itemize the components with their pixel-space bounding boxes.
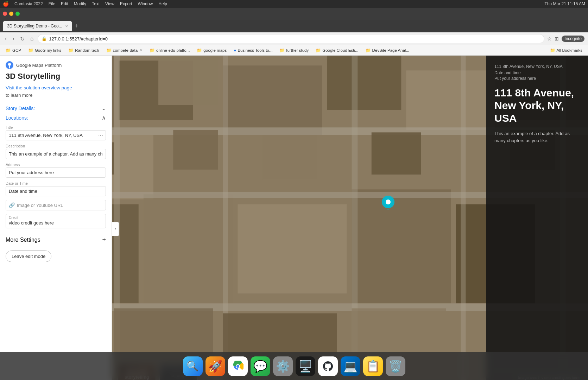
svg-rect-8 <box>327 56 401 110</box>
bookmark-devsite[interactable]: 📁 DevSite Page Anal... <box>363 47 412 53</box>
datetime-input[interactable] <box>6 186 106 196</box>
plus-icon: + <box>102 236 106 243</box>
close-tab-icon[interactable]: ✕ <box>140 48 143 52</box>
folder-icon: 📁 <box>197 48 202 53</box>
bookmark-label: Google Cloud Esti... <box>322 48 358 52</box>
dock-messages[interactable]: 💬 <box>251 356 270 376</box>
dock-launchpad[interactable]: 🚀 <box>206 356 225 376</box>
title-field: Title ⋯ <box>6 125 106 140</box>
extensions-icon[interactable]: ⊞ <box>555 36 559 42</box>
back-button[interactable]: ‹ <box>4 35 8 43</box>
minimize-button[interactable] <box>9 12 13 16</box>
fullscreen-button[interactable] <box>15 12 20 16</box>
bookmark-random-tech[interactable]: 📁 Random tech <box>65 47 102 53</box>
svg-rect-3 <box>112 56 114 130</box>
url-placeholder: Image or Youtube URL <box>17 203 63 208</box>
info-description: This an example of a chapter. Add as man… <box>494 130 580 144</box>
lock-icon: 🔒 <box>42 36 47 41</box>
title-input[interactable] <box>6 130 106 140</box>
locations-section: Locations: ∧ Title ⋯ Description Address <box>0 114 112 232</box>
story-details-section[interactable]: Story Details: ⌄ <box>0 102 112 114</box>
menu-export[interactable]: Export <box>120 1 132 6</box>
tab-title: 3D Storytelling Demo - Goo... <box>7 24 62 28</box>
menu-help[interactable]: Help <box>158 1 167 6</box>
sidebar-header: Google Maps Platform <box>0 56 112 72</box>
menu-bar[interactable]: File Edit Modify Text View Export Window… <box>49 1 167 6</box>
svg-rect-23 <box>461 56 466 380</box>
dock-finder[interactable]: 🔍 <box>183 356 203 376</box>
topbar-right: Thu Mar 21 11:15 AM <box>545 1 585 6</box>
dock-chrome[interactable] <box>228 356 248 376</box>
menu-text[interactable]: Text <box>92 1 100 6</box>
menu-edit[interactable]: Edit <box>61 1 68 6</box>
sidebar-subtext: to learn more <box>0 92 112 102</box>
dock-github[interactable] <box>318 356 338 376</box>
sidebar-toggle-button[interactable]: ‹ <box>112 222 119 236</box>
bookmark-online-edu[interactable]: 📁 online-edu-platfo... <box>147 47 192 53</box>
close-button[interactable] <box>3 12 7 16</box>
leave-edit-button[interactable]: Leave edit mode <box>6 251 51 262</box>
new-tab-button[interactable]: + <box>75 23 79 30</box>
menu-file[interactable]: File <box>49 1 55 6</box>
dock-settings[interactable]: ⚙️ <box>273 356 293 376</box>
locations-label: Locations: <box>6 115 28 121</box>
url-field: 🔗 Image or Youtube URL <box>6 200 106 210</box>
svg-rect-27 <box>173 130 218 170</box>
info-panel-content: 111 8th Avenue, New York, NY, USA Date a… <box>486 56 588 372</box>
title-label: Title <box>6 125 106 129</box>
bookmark-google-maps[interactable]: 📁 google maps <box>194 47 229 53</box>
menu-modify[interactable]: Modify <box>74 1 86 6</box>
link-icon: 🔗 <box>9 202 15 208</box>
traffic-lights[interactable] <box>3 12 20 16</box>
bookmark-star-icon[interactable]: ☆ <box>547 36 552 42</box>
app-name: Camtasia 2022 <box>14 1 43 6</box>
tab-close-icon[interactable]: ✕ <box>65 24 68 28</box>
bookmark-gcp[interactable]: 📁 GCP <box>3 47 24 53</box>
description-label: Description <box>6 144 106 148</box>
more-settings-section[interactable]: More Settings + <box>0 232 112 248</box>
info-date: Date and time <box>494 70 580 75</box>
nav-right: ☆ ⊞ Incognito <box>547 36 584 42</box>
address-bar[interactable]: 🔒 127.0.0.1:5527/#chapterId=0 <box>38 34 544 43</box>
info-panel: 111 8th Avenue, New York, NY, USA Date a… <box>486 56 588 380</box>
url-input-wrapper[interactable]: 🔗 Image or Youtube URL <box>6 200 106 210</box>
title-input-wrapper: ⋯ <box>6 130 106 140</box>
refresh-button[interactable]: ↻ <box>19 35 26 43</box>
address-input[interactable] <box>6 167 106 178</box>
folder-icon: 📁 <box>550 48 555 53</box>
menu-view[interactable]: View <box>105 1 114 6</box>
bookmark-label: Business Tools to... <box>238 48 272 52</box>
dock-vscode[interactable]: 💻 <box>341 356 360 376</box>
description-input[interactable] <box>6 149 106 159</box>
solution-overview-link[interactable]: Visit the solution overview page <box>0 85 112 92</box>
bookmark-all[interactable]: 📁 All Bookmarks <box>547 47 586 53</box>
folder-icon: 📁 <box>68 48 74 53</box>
main-layout: Google Maps Platform 3D Storytelling Vis… <box>0 56 588 380</box>
chevron-up-icon[interactable]: ∧ <box>102 114 106 121</box>
forward-button[interactable]: › <box>11 35 15 43</box>
bookmark-goog-links[interactable]: 📁 GooG my links <box>25 47 64 53</box>
dock-terminal[interactable]: 🖥️ <box>296 356 315 376</box>
svg-point-1 <box>8 63 11 66</box>
home-button[interactable]: ⌂ <box>29 35 35 43</box>
bookmark-business-tools[interactable]: ● Business Tools to... <box>231 47 275 53</box>
svg-rect-14 <box>352 189 451 303</box>
dock: 🔍 🚀 💬 ⚙️ 🖥️ 💻 📋 🗑️ <box>0 352 588 380</box>
info-address-small: Put your address here <box>494 76 580 81</box>
credit-input[interactable] <box>9 220 103 226</box>
folder-icon: 📁 <box>106 48 112 53</box>
active-tab[interactable]: 3D Storytelling Demo - Goo... ✕ <box>3 21 72 31</box>
bookmark-cloud-esti[interactable]: 📁 Google Cloud Esti... <box>313 47 361 53</box>
google-maps-logo <box>6 61 13 69</box>
nav-bar: ‹ › ↻ ⌂ 🔒 127.0.0.1:5527/#chapterId=0 ☆ … <box>0 32 588 45</box>
bookmark-label: All Bookmarks <box>557 48 583 52</box>
address-field: Address <box>6 163 106 178</box>
sidebar-app-name: Google Maps Platform <box>16 63 62 68</box>
bookmark-compete-data[interactable]: 📁 compete-data ✕ <box>103 47 145 53</box>
menu-window[interactable]: Window <box>138 1 153 6</box>
apple-icon: 🍎 <box>3 1 9 7</box>
dock-trash[interactable]: 🗑️ <box>386 356 405 376</box>
bookmark-further-study[interactable]: 📁 further study <box>277 47 311 53</box>
dock-notes[interactable]: 📋 <box>363 356 383 376</box>
sidebar: Google Maps Platform 3D Storytelling Vis… <box>0 56 112 380</box>
